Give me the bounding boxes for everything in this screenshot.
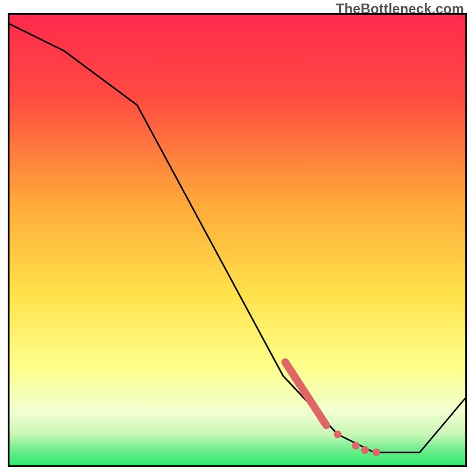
highlight-dot (361, 446, 369, 454)
chart-svg (0, 0, 476, 476)
highlight-dot (334, 430, 342, 438)
gradient-background (10, 15, 465, 466)
chart-container: TheBottleneck.com (0, 0, 476, 476)
highlight-dot (352, 441, 360, 449)
highlight-dot (372, 449, 380, 456)
watermark-text: TheBottleneck.com (336, 1, 464, 17)
